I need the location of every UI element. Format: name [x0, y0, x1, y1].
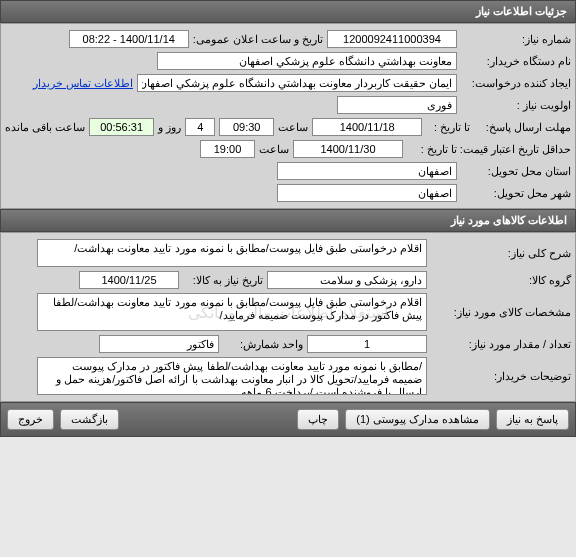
summary-textarea[interactable]: [37, 239, 427, 267]
validity-time-input[interactable]: [200, 140, 255, 158]
need-number-input[interactable]: [327, 30, 457, 48]
buyer-notes-label: توضیحات خریدار:: [431, 370, 571, 383]
priority-label: اولویت نیاز :: [461, 99, 571, 112]
days-and-label: روز و: [158, 121, 181, 134]
print-button[interactable]: چاپ: [297, 409, 339, 430]
deadline-time-input[interactable]: [219, 118, 274, 136]
deadline-label: مهلت ارسال پاسخ:: [474, 121, 571, 134]
goods-info-section: شرح کلی نیاز: گروه کالا: تاریخ نیاز به ک…: [0, 232, 576, 402]
bottom-toolbar: پاسخ به نیاز مشاهده مدارک پیوستی (1) چاپ…: [0, 402, 576, 437]
buyer-notes-textarea[interactable]: [37, 357, 427, 395]
city-input[interactable]: [277, 184, 457, 202]
deadline-date-input[interactable]: [312, 118, 422, 136]
buyer-label: نام دستگاه خریدار:: [461, 55, 571, 68]
time-label-1: ساعت: [278, 121, 308, 134]
city-label: شهر محل تحویل:: [461, 187, 571, 200]
group-label: گروه کالا:: [431, 274, 571, 287]
qty-input[interactable]: [307, 335, 427, 353]
days-count-input: [185, 118, 215, 136]
time-label-2: ساعت: [259, 143, 289, 156]
remaining-label: ساعت باقی مانده: [5, 121, 85, 134]
to-date-label: تا تاریخ :: [426, 121, 470, 134]
priority-input[interactable]: [337, 96, 457, 114]
unit-label: واحد شمارش:: [223, 338, 303, 351]
need-date-label: تاریخ نیاز به کالا:: [183, 274, 263, 287]
creator-input[interactable]: [137, 74, 457, 92]
validity-to-label: تا تاریخ :: [407, 143, 457, 156]
announce-input[interactable]: [69, 30, 189, 48]
need-info-section: شماره نیاز: تاریخ و ساعت اعلان عمومی: نا…: [0, 23, 576, 209]
validity-date-input[interactable]: [293, 140, 403, 158]
need-info-header: جزئیات اطلاعات نیاز: [0, 0, 576, 23]
validity-label: حداقل تاریخ اعتبار قیمت:: [461, 143, 571, 156]
countdown-input: [89, 118, 154, 136]
attachments-button[interactable]: مشاهده مدارک پیوستی (1): [345, 409, 490, 430]
creator-label: ایجاد کننده درخواست:: [461, 77, 571, 90]
respond-button[interactable]: پاسخ به نیاز: [496, 409, 569, 430]
summary-label: شرح کلی نیاز:: [431, 247, 571, 260]
province-input[interactable]: [277, 162, 457, 180]
exit-button[interactable]: خروج: [7, 409, 54, 430]
need-number-label: شماره نیاز:: [461, 33, 571, 46]
unit-input[interactable]: [99, 335, 219, 353]
spec-label: مشخصات کالای مورد نیاز:: [431, 306, 571, 319]
need-date-input[interactable]: [79, 271, 179, 289]
group-input[interactable]: [267, 271, 427, 289]
province-label: استان محل تحویل:: [461, 165, 571, 178]
buyer-input[interactable]: [157, 52, 457, 70]
goods-info-header: اطلاعات کالاهای مورد نیاز: [0, 209, 576, 232]
announce-label: تاریخ و ساعت اعلان عمومی:: [193, 33, 323, 46]
qty-label: تعداد / مقدار مورد نیاز:: [431, 338, 571, 351]
back-button[interactable]: بازگشت: [60, 409, 119, 430]
spec-textarea[interactable]: [37, 293, 427, 331]
buyer-contact-link[interactable]: اطلاعات تماس خریدار: [33, 77, 133, 90]
